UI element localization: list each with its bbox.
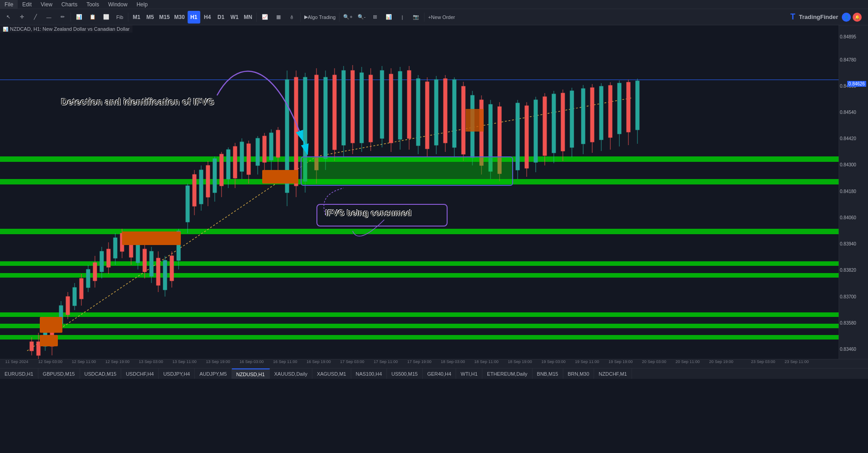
svg-rect-49 bbox=[193, 175, 196, 206]
user-icon[interactable]: 👤 bbox=[842, 13, 851, 22]
screenshot-btn[interactable]: 📷 bbox=[410, 11, 422, 24]
chart-type-line[interactable]: 📈 bbox=[259, 11, 271, 24]
time-23: 23 Sep 11:00 bbox=[784, 359, 809, 364]
annotation-ifvg-consumed: IFVG being consumed bbox=[326, 208, 411, 218]
tab-gbpusd-m15[interactable]: GBPUSD,M15 bbox=[38, 368, 80, 379]
tf-h4[interactable]: H4 bbox=[201, 11, 214, 24]
tab-us500-m15[interactable]: US500,M15 bbox=[387, 368, 423, 379]
price-label-5: 0.84420 bbox=[840, 136, 856, 141]
logo-text: TradingFinder bbox=[799, 14, 838, 20]
time-20: 20 Sep 11:00 bbox=[675, 359, 700, 364]
tab-xauusd-daily[interactable]: XAUUSD,Daily bbox=[270, 368, 312, 379]
svg-rect-130 bbox=[543, 97, 547, 156]
line-tool[interactable]: ╱ bbox=[29, 11, 42, 24]
time-15: 18 Sep 19:00 bbox=[508, 359, 532, 364]
svg-rect-57 bbox=[220, 154, 223, 186]
tab-eurusd-h1[interactable]: EURUSD,H1 bbox=[0, 368, 38, 379]
svg-rect-118 bbox=[466, 109, 484, 132]
algo-trading-btn[interactable]: ▶ Algo Trading bbox=[302, 11, 338, 24]
tab-usdchf-h4[interactable]: USDCHF,H4 bbox=[121, 368, 159, 379]
grid-btn[interactable]: ⊞ bbox=[369, 11, 382, 24]
zoom-out-btn[interactable]: 🔍- bbox=[355, 11, 368, 24]
tf-h1[interactable]: H1 bbox=[188, 11, 200, 24]
price-label-9: 0.83940 bbox=[840, 241, 856, 246]
svg-rect-132 bbox=[552, 94, 556, 153]
svg-rect-128 bbox=[534, 100, 538, 162]
time-22: 23 Sep 03:00 bbox=[751, 359, 775, 364]
orange-bar-3 bbox=[40, 317, 62, 333]
menu-window[interactable]: Window bbox=[104, 0, 132, 9]
tab-bnb-m15[interactable]: BNB,M15 bbox=[533, 368, 563, 379]
time-axis-container: 11 Sep 2024 12 Sep 03:00 12 Sep 11:00 12… bbox=[0, 359, 839, 368]
tf-m15[interactable]: M15 bbox=[157, 11, 171, 24]
svg-rect-51 bbox=[199, 170, 203, 204]
svg-rect-148 bbox=[627, 82, 630, 132]
zoom-in-btn[interactable]: 🔍+ bbox=[341, 11, 354, 24]
time-0: 11 Sep 2024 bbox=[5, 359, 28, 364]
svg-rect-41 bbox=[163, 260, 167, 290]
sep1 bbox=[71, 13, 71, 22]
svg-rect-103 bbox=[416, 79, 420, 146]
tab-nas100-h4[interactable]: NAS100,H4 bbox=[351, 368, 387, 379]
svg-rect-3 bbox=[30, 342, 33, 351]
tab-nzdusd-h1[interactable]: NZDUSD,H1 bbox=[232, 368, 270, 379]
svg-rect-35 bbox=[143, 249, 146, 272]
tf-m5[interactable]: M5 bbox=[144, 11, 156, 24]
tf-w1[interactable]: W1 bbox=[228, 11, 241, 24]
toolbar: ↖ ✛ ╱ — ✏ 📊 📋 ⬜ Fib M1 M5 M15 M30 H1 H4 … bbox=[0, 9, 868, 25]
tf-d1[interactable]: D1 bbox=[215, 11, 227, 24]
chart-type-candle[interactable]: 🕯 bbox=[286, 11, 298, 24]
menu-file[interactable]: File bbox=[0, 0, 18, 9]
volume-btn[interactable]: 📊 bbox=[382, 11, 395, 24]
pencil-tool[interactable]: ✏ bbox=[56, 11, 69, 24]
tab-ethereum-daily[interactable]: ETHEREUM,Daily bbox=[482, 368, 532, 379]
objects-tool[interactable]: ⬜ bbox=[100, 11, 113, 24]
price-label-7: 0.84180 bbox=[840, 189, 856, 194]
svg-rect-73 bbox=[276, 130, 280, 157]
chart-type-bar[interactable]: ▦ bbox=[272, 11, 285, 24]
menu-help[interactable]: Help bbox=[132, 0, 152, 9]
logo-icon: T bbox=[790, 12, 795, 22]
tab-ger40-h4[interactable]: GER40,H4 bbox=[423, 368, 456, 379]
time-13: 18 Sep 03:00 bbox=[441, 359, 465, 364]
tab-audjpy-m5[interactable]: AUDJPY,M5 bbox=[195, 368, 231, 379]
tf-m1[interactable]: M1 bbox=[130, 11, 143, 24]
fib-tool[interactable]: Fib bbox=[113, 11, 126, 24]
time-21: 20 Sep 19:00 bbox=[709, 359, 734, 364]
menu-tools[interactable]: Tools bbox=[82, 0, 104, 9]
svg-rect-27 bbox=[113, 238, 117, 258]
time-11: 17 Sep 11:00 bbox=[374, 359, 398, 364]
price-scale: 0.84895 0.84780 0.84660 0.84540 0.84420 … bbox=[839, 25, 868, 359]
sep6 bbox=[424, 13, 425, 22]
svg-rect-144 bbox=[609, 85, 612, 137]
tf-m30[interactable]: M30 bbox=[172, 11, 186, 24]
tab-usdjpy-h4[interactable]: USDJPY,H4 bbox=[159, 368, 195, 379]
menu-charts[interactable]: Charts bbox=[57, 0, 82, 9]
menu-view[interactable]: View bbox=[36, 0, 57, 9]
templates-tool[interactable]: 📋 bbox=[86, 11, 99, 24]
cursor-tool[interactable]: ↖ bbox=[2, 11, 14, 24]
tab-wti-h1[interactable]: WTI,H1 bbox=[456, 368, 482, 379]
indicators-tool[interactable]: 📊 bbox=[73, 11, 85, 24]
svg-rect-69 bbox=[263, 136, 266, 162]
tab-usdcad-m15[interactable]: USDCAD,M15 bbox=[80, 368, 122, 379]
tab-brn-m30[interactable]: BRN,M30 bbox=[563, 368, 594, 379]
tab-nzdchf-m1[interactable]: NZDCHF,M1 bbox=[594, 368, 632, 379]
new-order-btn[interactable]: + New Order bbox=[426, 11, 457, 24]
svg-rect-77 bbox=[294, 77, 298, 186]
price-label-8: 0.84060 bbox=[840, 215, 856, 220]
time-6: 13 Sep 19:00 bbox=[206, 359, 231, 364]
tab-xagusd-m1[interactable]: XAGUSD,M1 bbox=[312, 368, 351, 379]
period-sep-btn[interactable]: | bbox=[396, 11, 409, 24]
tf-mn[interactable]: MN bbox=[242, 11, 255, 24]
notification-icon[interactable]: 🔔 bbox=[853, 13, 862, 22]
menu-edit[interactable]: Edit bbox=[18, 0, 36, 9]
price-label-11: 0.83700 bbox=[840, 294, 856, 299]
svg-rect-107 bbox=[434, 80, 438, 145]
toolbar-right: 👤 🔔 bbox=[842, 13, 862, 22]
price-label-2: 0.84780 bbox=[840, 57, 856, 62]
svg-rect-109 bbox=[443, 79, 447, 143]
crosshair-tool[interactable]: ✛ bbox=[15, 11, 28, 24]
horizontal-line-tool[interactable]: — bbox=[42, 11, 55, 24]
candlestick-chart: .bull { fill: #26a69a; stroke: #26a69a; … bbox=[0, 25, 839, 359]
